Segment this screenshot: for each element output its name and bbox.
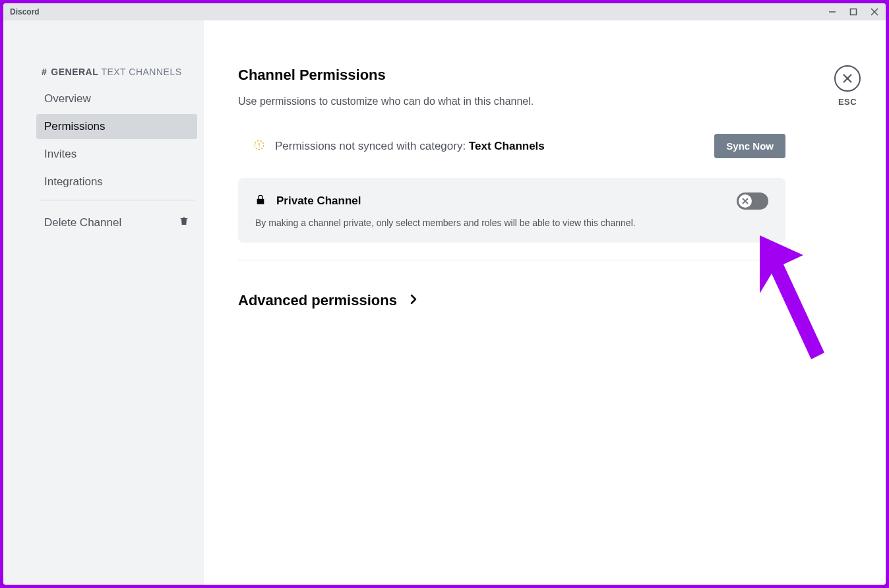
maximize-button[interactable]: [849, 7, 858, 16]
section-divider: [238, 260, 785, 260]
page-title: Channel Permissions: [238, 67, 785, 84]
private-row: Private Channel: [255, 192, 768, 210]
minimize-icon: [828, 8, 836, 16]
svg-rect-1: [851, 9, 857, 15]
minimize-button[interactable]: [828, 7, 837, 16]
app-window: Discord # GENERAL TEXT CHANNELS O: [3, 3, 886, 585]
close-circle: [834, 65, 861, 92]
app-title: Discord: [10, 7, 40, 16]
close-button[interactable]: [870, 7, 879, 16]
svg-point-8: [259, 146, 259, 147]
x-icon: [741, 197, 749, 205]
close-settings-button[interactable]: ESC: [834, 65, 861, 107]
sync-row: Permissions not synced with category: Te…: [238, 134, 785, 158]
sidebar-item-label: Integrations: [44, 175, 103, 189]
maximize-icon: [849, 8, 857, 16]
sync-text-prefix: Permissions not synced with category:: [275, 140, 469, 152]
private-channel-title: Private Channel: [276, 194, 361, 208]
sync-left: Permissions not synced with category: Te…: [254, 140, 545, 153]
lock-icon: [255, 194, 266, 208]
sidebar-divider: [39, 200, 195, 200]
content: # GENERAL TEXT CHANNELS Overview Permiss…: [3, 20, 886, 585]
advanced-permissions-label: Advanced permissions: [238, 292, 397, 309]
sidebar-item-permissions[interactable]: Permissions: [36, 114, 197, 139]
main-panel: ESC Channel Permissions Use permissions …: [204, 20, 886, 585]
sidebar-item-overview[interactable]: Overview: [36, 86, 197, 111]
sync-text-category: Text Channels: [469, 140, 545, 152]
sync-now-button[interactable]: Sync Now: [714, 134, 785, 158]
private-channel-toggle[interactable]: [737, 192, 768, 210]
sidebar: # GENERAL TEXT CHANNELS Overview Permiss…: [3, 20, 204, 585]
window-controls: [828, 7, 879, 16]
advanced-permissions-link[interactable]: Advanced permissions: [238, 292, 785, 309]
hash-icon: #: [42, 67, 47, 77]
sidebar-item-label: Overview: [44, 92, 91, 105]
close-icon: [871, 8, 878, 16]
sidebar-header-category: TEXT CHANNELS: [101, 67, 181, 77]
sidebar-item-label: Invites: [44, 148, 77, 161]
sidebar-item-label: Delete Channel: [44, 216, 121, 229]
close-icon: [842, 73, 853, 84]
content-inner: Channel Permissions Use permissions to c…: [238, 67, 785, 309]
toggle-knob: [739, 194, 752, 208]
private-left: Private Channel: [255, 194, 361, 208]
chevron-right-icon: [410, 294, 417, 307]
trash-icon: [179, 216, 189, 229]
sidebar-header-name: GENERAL: [51, 67, 98, 77]
esc-label: ESC: [838, 97, 857, 107]
sidebar-item-delete-channel[interactable]: Delete Channel: [36, 210, 197, 235]
sidebar-item-label: Permissions: [44, 120, 106, 133]
sync-text: Permissions not synced with category: Te…: [275, 140, 545, 153]
warning-icon: [254, 140, 264, 153]
sidebar-header: # GENERAL TEXT CHANNELS: [36, 67, 197, 77]
private-channel-description: By making a channel private, only select…: [255, 218, 768, 228]
page-subtitle: Use permissions to customize who can do …: [238, 96, 785, 107]
sidebar-item-integrations[interactable]: Integrations: [36, 169, 197, 194]
titlebar: Discord: [3, 3, 886, 20]
private-channel-card: Private Channel By making a channel pr: [238, 178, 785, 243]
sidebar-item-invites[interactable]: Invites: [36, 142, 197, 167]
